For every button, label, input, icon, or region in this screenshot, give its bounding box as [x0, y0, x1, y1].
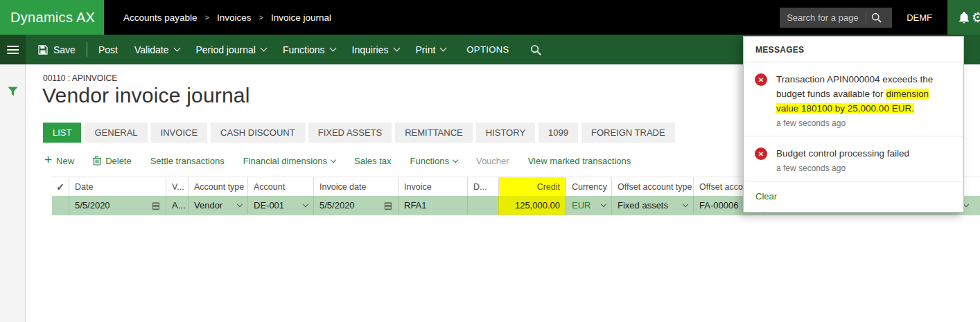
top-bar: Dynamics AX Accounts payable > Invoices … — [0, 0, 980, 35]
functions-menu[interactable]: Functions — [274, 35, 344, 64]
message-item-processing-failed[interactable]: ✕ Budget control processing failed a few… — [744, 136, 963, 181]
cell-d-empty[interactable] — [467, 196, 498, 215]
chevron-down-icon — [440, 45, 447, 52]
voucher-button-disabled: Voucher — [476, 156, 509, 166]
messages-footer: Clear — [744, 181, 963, 212]
date-picker-icon[interactable]: ▤ — [384, 201, 392, 210]
functions-menu-grid[interactable]: Functions — [410, 156, 457, 166]
chevron-down-icon — [173, 45, 180, 52]
chevron-down-icon — [329, 45, 336, 52]
filter-funnel-icon — [8, 87, 18, 96]
dropdown-chevron-icon[interactable] — [601, 202, 606, 207]
search-icon — [530, 44, 541, 55]
breadcrumb-separator-icon: > — [259, 13, 263, 21]
tab-cash-discount[interactable]: CASH DISCOUNT — [211, 123, 305, 143]
error-icon: ✕ — [755, 73, 767, 86]
app-logo[interactable]: Dynamics AX — [0, 0, 104, 35]
tab-fixed-assets[interactable]: FIXED ASSETS — [308, 123, 392, 143]
financial-dimensions-menu[interactable]: Financial dimensions — [243, 156, 335, 166]
sales-tax-button[interactable]: Sales tax — [354, 156, 391, 166]
column-header-account-type[interactable]: Account type — [188, 177, 247, 196]
message-item-budget-exceeded[interactable]: ✕ Transaction APIN000004 exceeds the bud… — [744, 62, 963, 136]
error-icon: ✕ — [755, 147, 767, 160]
date-picker-icon[interactable]: ▤ — [152, 201, 160, 210]
row-select-cell[interactable] — [52, 196, 69, 215]
cell-credit-highlighted[interactable]: 125,000.00 — [498, 196, 566, 215]
search-divider — [866, 11, 866, 24]
breadcrumb-accounts-payable[interactable]: Accounts payable — [123, 12, 198, 23]
column-header-offset-account-type[interactable]: Offset account type — [611, 177, 693, 196]
topbar-right: DEMF — [780, 0, 980, 35]
save-button[interactable]: Save — [30, 35, 84, 64]
message-timestamp: a few seconds ago — [776, 163, 943, 173]
breadcrumb-invoice-journal[interactable]: Invoice journal — [271, 12, 331, 23]
tab-list[interactable]: LIST — [43, 123, 81, 143]
save-floppy-icon — [38, 45, 48, 55]
tab-invoice[interactable]: INVOICE — [151, 123, 207, 143]
clear-messages-link[interactable]: Clear — [755, 191, 777, 202]
delete-button[interactable]: Delete — [93, 156, 132, 166]
page-search-box[interactable] — [780, 8, 892, 28]
settle-transactions-button[interactable]: Settle transactions — [150, 156, 225, 166]
plus-icon: + — [44, 153, 52, 166]
column-header-currency[interactable]: Currency — [566, 177, 611, 196]
chevron-down-icon — [331, 156, 336, 162]
tab-foreign-trade[interactable]: FOREIGN TRADE — [581, 123, 675, 143]
messages-header: MESSAGES — [744, 37, 963, 62]
select-all-column-header[interactable]: ✓ — [52, 177, 69, 196]
column-header-invoice[interactable]: Invoice — [398, 177, 467, 196]
page-search-input[interactable] — [787, 12, 864, 23]
hamburger-icon — [7, 46, 19, 47]
dropdown-chevron-icon[interactable] — [683, 202, 688, 207]
tab-general[interactable]: GENERAL — [85, 123, 147, 143]
cell-invoice-date[interactable]: 5/5/2020 ▤ — [313, 196, 398, 215]
search-icon[interactable] — [871, 12, 882, 23]
tab-remittance[interactable]: REMITTANCE — [395, 123, 473, 143]
action-search-button[interactable] — [523, 35, 548, 64]
menu-divider — [87, 42, 87, 57]
validate-menu[interactable]: Validate — [126, 35, 188, 64]
column-header-date[interactable]: Date — [69, 177, 166, 196]
column-header-account[interactable]: Account — [247, 177, 313, 196]
breadcrumb-separator-icon: > — [205, 13, 209, 21]
hamburger-menu-button[interactable] — [0, 35, 26, 64]
bell-icon — [958, 11, 970, 24]
cell-offset-account-type[interactable]: Fixed assets — [611, 196, 693, 215]
tab-1099[interactable]: 1099 — [539, 123, 578, 143]
view-marked-transactions-button[interactable]: View marked transactions — [528, 156, 631, 166]
print-menu[interactable]: Print — [408, 35, 455, 64]
left-filter-rail — [0, 64, 26, 322]
breadcrumb-invoices[interactable]: Invoices — [217, 12, 252, 23]
company-selector[interactable]: DEMF — [907, 12, 932, 23]
trash-icon — [93, 156, 101, 166]
message-text: Budget control processing failed — [776, 146, 943, 161]
checkmark-icon: ✓ — [56, 181, 64, 193]
dropdown-chevron-icon[interactable] — [303, 202, 308, 207]
cell-date[interactable]: 5/5/2020 ▤ — [69, 196, 166, 215]
cell-account[interactable]: DE-001 — [247, 196, 313, 215]
chevron-down-icon — [393, 45, 400, 52]
message-timestamp: a few seconds ago — [776, 118, 943, 128]
cell-currency[interactable]: EUR — [566, 196, 611, 215]
dropdown-chevron-icon[interactable] — [237, 202, 243, 207]
settings-gear-icon[interactable]: ⚙ — [972, 9, 980, 26]
filter-pane-button[interactable] — [0, 87, 25, 96]
options-tab[interactable]: OPTIONS — [458, 35, 517, 64]
message-text: Transaction APIN000004 exceeds the budge… — [776, 72, 943, 116]
tab-history[interactable]: HISTORY — [476, 123, 535, 143]
column-header-v[interactable]: V... — [166, 177, 188, 196]
period-journal-menu[interactable]: Period journal — [188, 35, 274, 64]
post-button[interactable]: Post — [90, 35, 126, 64]
chevron-down-icon — [453, 156, 458, 162]
chevron-down-icon — [260, 45, 267, 52]
column-header-d[interactable]: D... — [467, 177, 498, 196]
new-button[interactable]: + New — [44, 155, 74, 166]
cell-invoice[interactable]: RFA1 — [398, 196, 467, 215]
dropdown-chevron-icon[interactable] — [963, 202, 969, 207]
inquiries-menu[interactable]: Inquiries — [344, 35, 408, 64]
column-header-credit-highlighted[interactable]: Credit — [498, 177, 566, 196]
cell-voucher-truncated[interactable]: A... — [166, 196, 188, 215]
column-header-invoice-date[interactable]: Invoice date — [313, 177, 398, 196]
messages-flyout: MESSAGES ✕ Transaction APIN000004 exceed… — [743, 36, 964, 213]
cell-account-type[interactable]: Vendor — [188, 196, 247, 215]
